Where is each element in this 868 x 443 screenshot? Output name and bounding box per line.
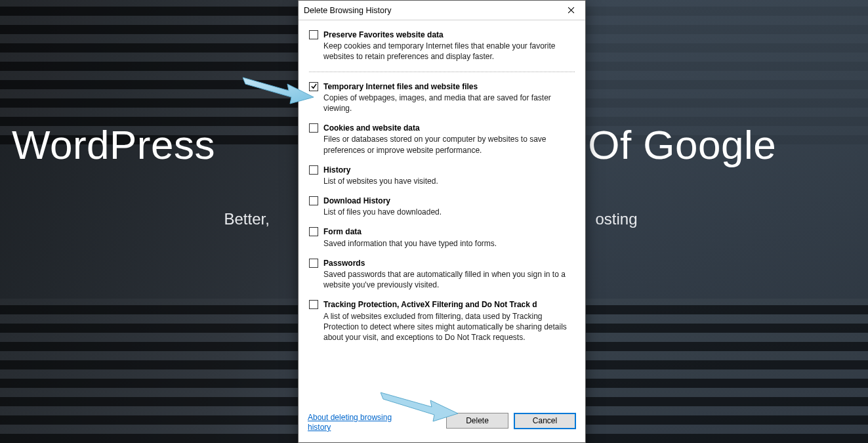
option-label: Download History — [323, 196, 573, 206]
option-preserve-favorites: Preserve Favorites website data Keep coo… — [309, 30, 575, 62]
close-icon — [568, 7, 575, 14]
bg-title-right: d Of Google — [553, 122, 776, 167]
option-label: Tracking Protection, ActiveX Filtering a… — [323, 299, 573, 310]
dialog-content: Preserve Favorites website data Keep coo… — [299, 20, 585, 409]
option-download-history: Download History List of files you have … — [309, 196, 575, 217]
cancel-button[interactable]: Cancel — [514, 413, 576, 429]
checkbox-temporary-internet-files[interactable] — [309, 82, 318, 91]
option-desc: Saved passwords that are automatically f… — [323, 269, 573, 290]
bg-title-left: WordPress — [12, 122, 215, 167]
checkbox-tracking-protection[interactable] — [309, 300, 318, 309]
checkbox-download-history[interactable] — [309, 196, 318, 205]
option-label: Passwords — [323, 258, 573, 268]
delete-browsing-history-dialog: Delete Browsing History Preserve Favorit… — [298, 0, 586, 443]
option-label: History — [323, 165, 573, 175]
option-form-data: Form data Saved information that you hav… — [309, 226, 575, 248]
option-desc: Copies of webpages, images, and media th… — [323, 93, 573, 114]
checkbox-form-data[interactable] — [309, 227, 318, 236]
checkbox-history[interactable] — [309, 165, 318, 175]
bg-sub-right: osting — [596, 210, 638, 228]
option-label: Cookies and website data — [323, 123, 573, 133]
option-tracking-protection: Tracking Protection, ActiveX Filtering a… — [309, 299, 575, 343]
option-history: History List of websites you have visite… — [309, 165, 575, 186]
checkbox-passwords[interactable] — [309, 259, 318, 268]
delete-button[interactable]: Delete — [446, 413, 508, 429]
option-desc: List of files you have downloaded. — [323, 207, 573, 217]
option-desc: Saved information that you have typed in… — [323, 238, 573, 249]
checkbox-cookies[interactable] — [309, 123, 318, 133]
option-label: Preserve Favorites website data — [323, 30, 573, 40]
option-temporary-internet-files: Temporary Internet files and website fil… — [309, 72, 575, 114]
close-button[interactable] — [556, 1, 585, 20]
option-desc: Files or databases stored on your comput… — [323, 134, 573, 155]
option-label: Temporary Internet files and website fil… — [323, 81, 573, 92]
option-desc: A list of websites excluded from filteri… — [323, 311, 573, 343]
dialog-titlebar[interactable]: Delete Browsing History — [299, 1, 585, 20]
option-label: Form data — [323, 226, 573, 237]
option-desc: List of websites you have visited. — [323, 176, 573, 186]
checkbox-preserve-favorites[interactable] — [309, 30, 318, 39]
bg-sub-left: Better, — [224, 210, 269, 228]
option-passwords: Passwords Saved passwords that are autom… — [309, 258, 575, 291]
option-desc: Keep cookies and temporary Internet file… — [323, 41, 573, 62]
dialog-footer: About deleting browsing history Delete C… — [299, 409, 585, 442]
option-cookies: Cookies and website data Files or databa… — [309, 123, 575, 156]
about-deleting-history-link[interactable]: About deleting browsing history — [308, 413, 400, 433]
dialog-title: Delete Browsing History — [304, 6, 556, 15]
